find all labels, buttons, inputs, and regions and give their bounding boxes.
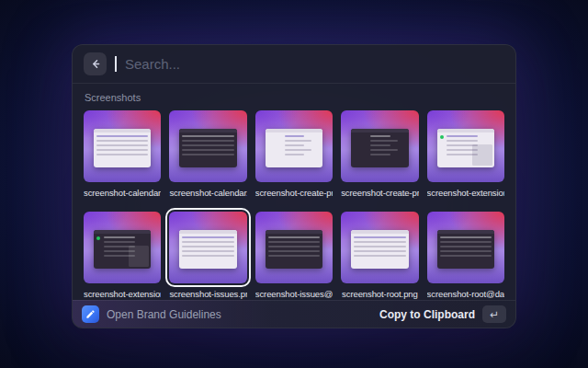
copy-to-clipboard-button[interactable]: Copy to Clipboard ↵ [379, 305, 506, 323]
screenshot-thumbnail[interactable] [255, 110, 333, 182]
thumbnail-app-window [437, 129, 494, 167]
thumbnail-window-row [96, 154, 148, 155]
thumbnail-window-rows [179, 132, 236, 155]
thumbnail-window-row [285, 154, 304, 155]
thumbnail-window-row [104, 250, 135, 252]
thumbnail-window-row [182, 149, 233, 151]
thumbnail-window-row [440, 236, 492, 238]
screenshot-item[interactable]: screenshot-extension... [84, 212, 161, 299]
thumbnail-window-row [370, 144, 390, 146]
screenshot-filename: screenshot-calendar... [169, 188, 246, 198]
thumbnail-window-row [182, 135, 233, 137]
text-cursor [115, 56, 117, 72]
search-bar [73, 45, 515, 83]
thumbnail-window-row [268, 250, 320, 252]
thumbnail-app-window [94, 129, 151, 167]
screenshots-grid: screenshot-calendar... screenshot-calend… [84, 110, 504, 299]
thumbnail-window-row [268, 255, 320, 257]
thumbnail-app-window [179, 230, 236, 269]
active-command: Open Brand Guidelines [82, 305, 221, 323]
thumbnail-window-row [447, 135, 478, 137]
screenshot-item[interactable]: screenshot-root.png [341, 212, 418, 299]
screenshot-filename: screenshot-root.png [341, 289, 418, 299]
screenshot-thumbnail[interactable] [427, 110, 504, 182]
thumbnail-app-window [351, 230, 408, 269]
screenshot-filename: screenshot-issues.png [169, 289, 246, 299]
thumbnail-window-rows [437, 234, 494, 257]
thumbnail-app-window [266, 129, 322, 167]
screenshot-filename: screenshot-extension... [84, 289, 161, 299]
screenshot-filename: screenshot-calendar... [84, 188, 161, 198]
screenshot-item[interactable]: screenshot-root@dar... [427, 212, 504, 299]
thumbnail-window-rows [266, 234, 322, 257]
thumbnail-window-row [96, 135, 148, 137]
screenshot-item[interactable]: screenshot-calendar... [169, 110, 246, 198]
thumbnail-window-row [285, 140, 311, 142]
thumbnail-window-row [354, 255, 405, 257]
screenshot-filename: screenshot-create-pr... [255, 188, 333, 198]
thumbnail-app-window [437, 230, 494, 269]
thumbnail-window-row [182, 241, 233, 243]
thumbnail-window-rows [351, 234, 408, 257]
thumbnail-window-row [370, 135, 390, 137]
screenshot-thumbnail[interactable] [255, 212, 333, 283]
screenshot-thumbnail[interactable] [341, 212, 418, 283]
thumbnail-window-row [96, 149, 148, 151]
thumbnail-window-row [354, 236, 405, 238]
thumbnail-window-row [182, 255, 233, 257]
thumbnail-window-row [182, 246, 233, 247]
thumbnail-window-row [440, 241, 492, 243]
screenshot-item[interactable]: screenshot-issues.png [169, 212, 246, 299]
copy-to-clipboard-label: Copy to Clipboard [379, 308, 475, 321]
thumbnail-window-rows [94, 132, 151, 155]
screenshot-item[interactable]: screenshot-issues@d... [255, 212, 333, 299]
thumbnail-window-row [354, 246, 405, 247]
search-input[interactable] [125, 56, 504, 72]
screenshot-thumbnail[interactable] [84, 110, 161, 182]
thumbnail-app-window [351, 129, 408, 167]
thumbnail-app-window [179, 129, 236, 167]
screenshot-item[interactable]: screenshot-extension... [427, 110, 504, 198]
screenshot-filename: screenshot-extension... [427, 188, 504, 198]
thumbnail-window-row [354, 241, 405, 243]
screenshot-item[interactable]: screenshot-calendar... [84, 110, 161, 198]
thumbnail-window-row [96, 140, 148, 142]
section-title: Screenshots [85, 92, 503, 103]
thumbnail-window-rows [179, 234, 236, 257]
screenshot-thumbnail[interactable] [341, 110, 418, 182]
action-bar: Open Brand Guidelines Copy to Clipboard … [73, 300, 515, 328]
thumbnail-window-row [285, 144, 304, 146]
screenshot-thumbnail[interactable] [84, 212, 161, 283]
thumbnail-app-window [94, 230, 151, 269]
screenshot-filename: screenshot-create-pr... [341, 188, 418, 198]
thumbnail-window-row [104, 241, 135, 243]
thumbnail-window-row [104, 255, 135, 257]
screenshot-filename: screenshot-issues@d... [255, 289, 333, 299]
thumbnail-window-row [182, 140, 233, 142]
screenshot-item[interactable]: screenshot-create-pr... [341, 110, 418, 198]
thumbnail-window-row [440, 250, 492, 252]
thumbnail-window-row [370, 140, 397, 142]
screenshot-thumbnail[interactable] [169, 212, 246, 283]
screenshot-thumbnail[interactable] [427, 212, 504, 283]
thumbnail-window-row [182, 250, 233, 252]
thumbnail-window-row [447, 149, 478, 151]
thumbnail-window-row [354, 250, 405, 252]
thumbnail-window-row [370, 149, 397, 151]
back-button[interactable] [84, 52, 107, 75]
thumbnail-window-row [268, 246, 320, 247]
command-palette-window: Screenshots screenshot-calendar... scree… [72, 44, 516, 328]
screenshot-thumbnail[interactable] [169, 110, 246, 182]
thumbnail-window-row [182, 154, 233, 155]
thumbnail-window-row [268, 236, 320, 238]
thumbnail-window-row [96, 144, 148, 146]
brand-guidelines-pencil-icon [82, 305, 99, 323]
thumbnail-window-row [440, 255, 492, 257]
thumbnail-window-row [285, 135, 304, 137]
thumbnail-window-rows [94, 234, 151, 257]
thumbnail-window-row [370, 154, 390, 155]
back-arrow-icon [89, 58, 101, 70]
screenshot-item[interactable]: screenshot-create-pr... [255, 110, 333, 198]
thumbnail-window-rows [437, 132, 494, 155]
thumbnail-window-row [440, 246, 492, 247]
